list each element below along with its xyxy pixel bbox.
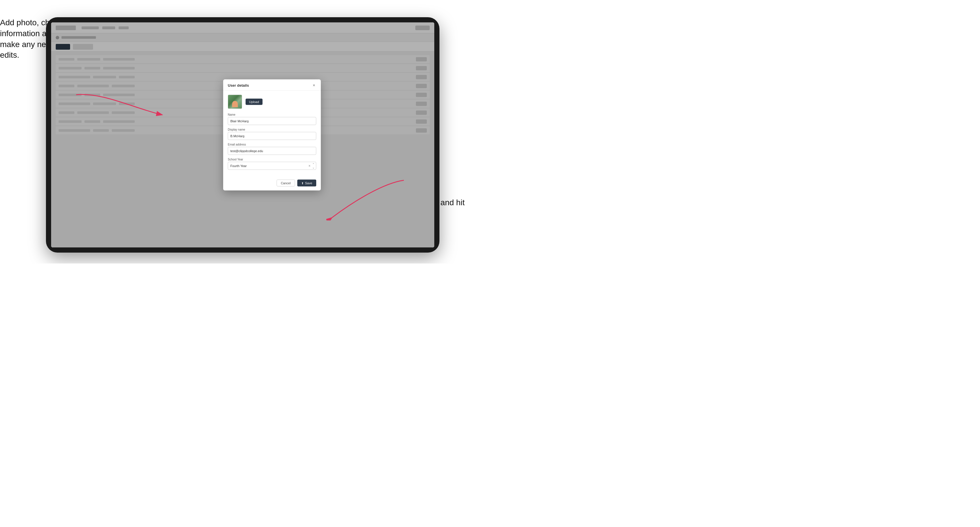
email-field-group: Email address: [228, 143, 316, 155]
name-input[interactable]: [228, 117, 316, 125]
school-year-input[interactable]: [228, 162, 316, 170]
upload-photo-button[interactable]: Upload: [246, 99, 262, 105]
modal-close-button[interactable]: ×: [312, 83, 316, 87]
display-name-field-group: Display name: [228, 128, 316, 140]
school-year-clear-icon[interactable]: ×: [309, 164, 310, 168]
name-field-group: Name: [228, 113, 316, 125]
modal-title: User details: [228, 83, 249, 87]
save-icon: ⬆: [301, 181, 304, 184]
school-year-dropdown-icon[interactable]: ⌃⌄: [312, 163, 315, 169]
school-year-field-group: School Year × ⌃⌄: [228, 158, 316, 170]
tablet-device: User details × Upload Name Display name: [46, 17, 439, 252]
display-name-input[interactable]: [228, 132, 316, 140]
cancel-button[interactable]: Cancel: [277, 180, 295, 187]
photo-section: Upload: [228, 95, 316, 109]
name-label: Name: [228, 113, 316, 116]
display-name-label: Display name: [228, 128, 316, 131]
save-button-label: Save: [305, 181, 312, 185]
user-avatar: [228, 95, 242, 109]
modal-header: User details ×: [223, 79, 321, 91]
save-button[interactable]: ⬆ Save: [297, 180, 316, 187]
school-year-select-wrapper: × ⌃⌄: [228, 162, 316, 170]
school-year-label: School Year: [228, 158, 316, 161]
tablet-screen: User details × Upload Name Display name: [51, 22, 434, 248]
email-input[interactable]: [228, 147, 316, 155]
modal-body: Upload Name Display name Email address: [223, 91, 321, 177]
email-label: Email address: [228, 143, 316, 146]
user-details-modal: User details × Upload Name Display name: [223, 79, 321, 190]
modal-footer: Cancel ⬆ Save: [223, 177, 321, 190]
